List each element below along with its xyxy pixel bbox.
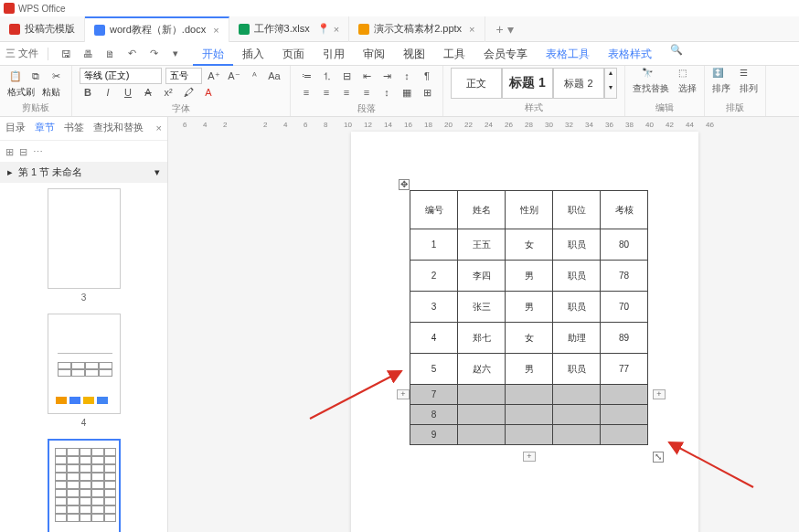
table-cell[interactable]: 李四 bbox=[458, 261, 506, 292]
table-cell[interactable]: 4 bbox=[410, 323, 458, 354]
menu-insert[interactable]: 插入 bbox=[233, 42, 273, 66]
style-normal[interactable]: 正文 bbox=[451, 68, 502, 99]
justify-icon[interactable]: ≡ bbox=[358, 84, 375, 101]
menu-table-style[interactable]: 表格样式 bbox=[599, 42, 661, 66]
table-cell[interactable]: 3 bbox=[410, 292, 458, 323]
table-cell[interactable]: 助理 bbox=[553, 323, 601, 354]
table-cell[interactable]: 男 bbox=[506, 261, 553, 292]
bullets-icon[interactable]: ≔ bbox=[298, 68, 314, 84]
preview-button[interactable]: 🗎 bbox=[101, 46, 118, 62]
align-right-icon[interactable]: ≡ bbox=[338, 84, 355, 101]
highlight-button[interactable]: 🖍 bbox=[180, 84, 197, 101]
font-size-combo[interactable] bbox=[165, 68, 202, 84]
menu-page[interactable]: 页面 bbox=[273, 42, 314, 66]
menu-ref[interactable]: 引用 bbox=[314, 42, 354, 66]
table-cell[interactable] bbox=[458, 385, 506, 405]
header-cell[interactable]: 编号 bbox=[410, 191, 458, 229]
style-h2[interactable]: 标题 2 bbox=[553, 68, 604, 99]
table-cell[interactable]: 89 bbox=[601, 323, 648, 354]
multilevel-icon[interactable]: ⊟ bbox=[338, 68, 355, 84]
table-cell[interactable]: 70 bbox=[601, 292, 648, 323]
pin-icon[interactable]: 📍 bbox=[317, 23, 330, 35]
increase-font-icon[interactable]: A⁺ bbox=[206, 68, 222, 84]
table-cell[interactable] bbox=[506, 425, 553, 445]
table-cell[interactable]: 职员 bbox=[553, 292, 601, 323]
nav-more-icon[interactable]: ⋯ bbox=[33, 146, 43, 158]
paste-button[interactable]: 粘贴 bbox=[42, 86, 60, 99]
sort-button[interactable]: ↕️排序 bbox=[712, 68, 730, 95]
table-cell[interactable] bbox=[553, 405, 601, 425]
sort-icon[interactable]: ↕ bbox=[399, 68, 415, 84]
close-icon[interactable]: × bbox=[213, 25, 218, 36]
table-cell[interactable]: 男 bbox=[506, 354, 553, 385]
insert-col-button[interactable]: + bbox=[653, 389, 666, 399]
bold-button[interactable]: B bbox=[80, 84, 96, 101]
table-cell[interactable]: 77 bbox=[601, 354, 648, 385]
align-center-icon[interactable]: ≡ bbox=[318, 84, 335, 101]
menu-vip[interactable]: 会员专享 bbox=[474, 42, 537, 66]
find-replace-button[interactable]: 🔭查找替换 bbox=[633, 68, 669, 95]
align-left-icon[interactable]: ≡ bbox=[298, 84, 314, 101]
nav-tab-toc[interactable]: 目录 bbox=[5, 121, 26, 134]
change-case-icon[interactable]: Aa bbox=[266, 68, 282, 84]
symbol-icon[interactable]: ¶ bbox=[419, 68, 435, 84]
insert-row-button[interactable]: + bbox=[397, 389, 410, 399]
table-cell[interactable] bbox=[458, 425, 506, 445]
table-cell[interactable]: 1 bbox=[410, 229, 458, 261]
nav-tab-bookmark[interactable]: 书签 bbox=[64, 121, 84, 134]
nav-tab-find[interactable]: 查找和替换 bbox=[93, 121, 144, 134]
table-cell[interactable]: 5 bbox=[410, 354, 458, 385]
new-tab-button[interactable]: + ▾ bbox=[485, 22, 525, 37]
strike-button[interactable]: A bbox=[140, 84, 156, 101]
page-thumb[interactable]: 4 bbox=[5, 314, 162, 428]
cut-icon[interactable]: ✂ bbox=[48, 68, 64, 84]
underline-button[interactable]: U bbox=[120, 84, 136, 101]
font-color-button[interactable]: A bbox=[200, 84, 217, 101]
chevron-down-icon[interactable]: ▾ bbox=[167, 46, 184, 62]
menu-table-tools[interactable]: 表格工具 bbox=[537, 42, 599, 66]
table-resize-handle[interactable]: ⤡ bbox=[653, 452, 664, 463]
print-button[interactable]: 🖶 bbox=[80, 46, 96, 62]
table-cell[interactable]: 女 bbox=[506, 323, 553, 354]
tab-pptx[interactable]: 演示文稿素材2.pptx× bbox=[349, 16, 485, 42]
close-icon[interactable]: × bbox=[156, 122, 162, 133]
table-cell[interactable] bbox=[458, 405, 506, 425]
nav-add-icon[interactable]: ⊞ bbox=[5, 146, 14, 158]
borders-icon[interactable]: ⊞ bbox=[419, 84, 435, 101]
decrease-font-icon[interactable]: A⁻ bbox=[226, 68, 242, 84]
table-cell[interactable] bbox=[601, 405, 648, 425]
table-cell[interactable] bbox=[553, 425, 601, 445]
table-cell[interactable] bbox=[601, 425, 648, 445]
page-thumb[interactable]: 5 bbox=[5, 439, 162, 532]
numbering-icon[interactable]: ⒈ bbox=[318, 68, 335, 84]
table-cell[interactable]: 职员 bbox=[553, 261, 601, 292]
table-cell[interactable]: 80 bbox=[601, 229, 648, 261]
close-icon[interactable]: × bbox=[469, 24, 474, 35]
superscript-button[interactable]: x² bbox=[160, 84, 176, 101]
copy-icon[interactable]: ⧉ bbox=[27, 68, 44, 84]
menu-review[interactable]: 审阅 bbox=[354, 42, 394, 66]
table-cell[interactable]: 8 bbox=[410, 405, 458, 425]
table-cell[interactable]: 郑七 bbox=[458, 323, 506, 354]
clear-format-icon[interactable]: ᴬ bbox=[246, 68, 262, 84]
table-cell[interactable] bbox=[506, 405, 553, 425]
style-down-icon[interactable]: ▾ bbox=[605, 83, 616, 98]
indent-inc-icon[interactable]: ⇥ bbox=[378, 68, 395, 84]
arrange-button[interactable]: ☰排列 bbox=[740, 68, 758, 95]
style-h1[interactable]: 标题 1 bbox=[502, 68, 553, 99]
header-cell[interactable]: 职位 bbox=[553, 191, 601, 229]
nav-tab-section[interactable]: 章节 bbox=[35, 121, 55, 134]
italic-button[interactable]: I bbox=[100, 84, 116, 101]
table-cell[interactable]: 赵六 bbox=[458, 354, 506, 385]
insert-bottom-button[interactable]: + bbox=[523, 452, 536, 462]
table-cell[interactable]: 张三 bbox=[458, 292, 506, 323]
tab-xlsx[interactable]: 工作簿3.xlsx📍× bbox=[229, 16, 350, 42]
file-menu[interactable]: 三 文件 bbox=[5, 46, 38, 62]
paste-icon[interactable]: 📋 bbox=[7, 68, 24, 84]
close-icon[interactable]: × bbox=[334, 24, 339, 35]
table-cell[interactable] bbox=[553, 385, 601, 405]
header-cell[interactable]: 考核 bbox=[601, 191, 648, 229]
undo-button[interactable]: ↶ bbox=[123, 46, 140, 62]
table-cell[interactable]: 78 bbox=[601, 261, 648, 292]
table-cell[interactable]: 职员 bbox=[553, 354, 601, 385]
